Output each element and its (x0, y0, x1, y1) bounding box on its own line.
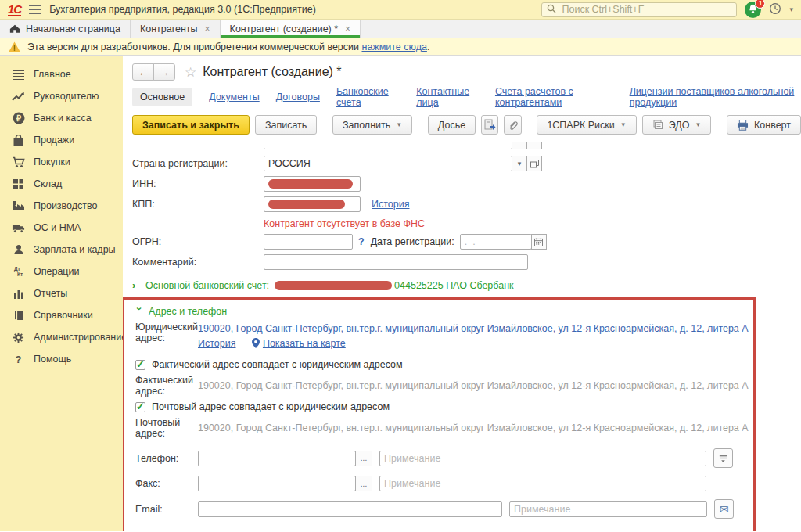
bank-section-label: Основной банковский счет: (145, 280, 269, 291)
save-button[interactable]: Записать (255, 115, 317, 135)
address-section-label: Адрес и телефон (149, 306, 227, 317)
sidebar-item-purchases[interactable]: Покупки (0, 151, 123, 173)
sidebar-item-payroll-hr[interactable]: Зарплата и кадры (0, 239, 123, 261)
app-title: Бухгалтерия предприятия, редакция 3.0 (1… (49, 4, 316, 15)
map-pin-icon (252, 338, 260, 348)
address-section-toggle[interactable]: › Адрес и телефон (135, 305, 753, 317)
phone-input[interactable] (198, 451, 356, 466)
post-address-checkbox[interactable] (135, 402, 145, 412)
sidebar-item-help[interactable]: ? Помощь (0, 348, 123, 370)
redacted-kpp-value (268, 200, 345, 209)
forward-button[interactable]: → (153, 63, 175, 81)
counterparty-card-button[interactable] (481, 115, 498, 135)
global-search[interactable] (541, 2, 737, 17)
tab-counterparty-create[interactable]: Контрагент (создание) * × (221, 20, 361, 38)
nav-contact-persons[interactable]: Контактные лица (416, 86, 479, 108)
phone-actions-button[interactable] (713, 448, 733, 468)
sidebar-item-reports[interactable]: Отчеты (0, 282, 123, 304)
country-dropdown-button[interactable]: ▾ (512, 156, 527, 171)
chevron-down-icon[interactable]: ▾ (789, 5, 793, 13)
main-menu-icon[interactable] (29, 5, 41, 14)
notifications-button[interactable]: 1 (745, 2, 761, 18)
comment-input[interactable] (264, 254, 528, 270)
sidebar-item-operations[interactable]: ДтКт Операции (0, 261, 123, 282)
close-tab-icon[interactable]: × (205, 23, 210, 34)
phone-more-button[interactable]: ... (355, 451, 372, 466)
sidebar-item-main[interactable]: Главное (0, 63, 123, 85)
tab-counterparties[interactable]: Контрагенты × (131, 20, 221, 38)
nav-contracts[interactable]: Договоры (276, 92, 320, 102)
country-input[interactable] (264, 156, 512, 171)
ogrn-input[interactable] (264, 234, 353, 250)
sidebar-item-administration[interactable]: Администрирование (0, 326, 123, 348)
email-note-input[interactable] (509, 501, 707, 517)
bank-account-section-toggle[interactable]: › Основной банковский счет: 044525225 ПА… (132, 279, 801, 291)
tab-label: Начальная страница (26, 23, 120, 34)
sidebar-item-manager[interactable]: Руководителю (0, 85, 123, 107)
inn-label: ИНН: (132, 178, 264, 189)
calendar-icon[interactable] (531, 234, 547, 250)
phone-note-input[interactable] (379, 451, 706, 466)
edo-button[interactable]: ЭДО▼ (642, 115, 712, 135)
search-input[interactable] (560, 3, 731, 16)
country-label: Страна регистрации: (132, 158, 264, 169)
fax-input[interactable] (198, 476, 356, 491)
toolbar: Записать и закрыть Записать Заполнить▼ Д… (132, 115, 801, 135)
main-panel: ← → ☆ Контрагент (создание) * Основное Д… (123, 56, 801, 531)
sidebar-item-warehouse[interactable]: Склад (0, 173, 123, 195)
warning-icon (9, 41, 20, 52)
nav-settlement-accounts[interactable]: Счета расчетов с контрагентами (495, 86, 613, 108)
attachments-button[interactable] (504, 115, 521, 135)
inn-input[interactable] (264, 176, 361, 192)
section-nav: Основное Документы Договоры Банковские с… (132, 86, 801, 108)
ogrn-help-link[interactable]: ? (358, 236, 365, 247)
menu-lines-icon (12, 68, 25, 81)
fax-note-input[interactable] (379, 476, 706, 491)
dev-version-banner: Эта версия для разработчиков. Для приобр… (0, 38, 801, 56)
show-on-map-link[interactable]: Показать на карте (263, 338, 346, 349)
cart-icon (12, 156, 25, 168)
nav-bank-accounts[interactable]: Банковские счета (336, 86, 400, 108)
address-history-link[interactable]: История (198, 338, 235, 349)
sidebar-item-fixed-assets[interactable]: ОС и НМА (0, 217, 123, 239)
fill-button[interactable]: Заполнить▼ (332, 115, 412, 135)
clock-icon (769, 2, 781, 15)
sidebar-item-sales[interactable]: Продажи (0, 129, 123, 151)
fax-more-button[interactable]: ... (355, 476, 372, 491)
post-address-value: 190020, Город Санкт-Петербург, вн.тер.г.… (198, 422, 749, 433)
save-close-button[interactable]: Записать и закрыть (132, 115, 250, 135)
send-email-button[interactable]: ✉ (714, 499, 734, 519)
tab-label: Контрагенты (140, 23, 198, 34)
history-button[interactable] (769, 2, 781, 17)
email-input[interactable] (198, 501, 502, 517)
ogrn-label: ОГРН: (132, 236, 264, 247)
favorite-star-icon[interactable]: ☆ (185, 64, 196, 81)
sidebar-item-production[interactable]: Производство (0, 195, 123, 217)
1c-logo: 1С (8, 3, 21, 16)
nav-alcohol-licenses[interactable]: Лицензии поставщиков алкогольной продукц… (630, 86, 801, 108)
banner-link[interactable]: нажмите сюда (361, 41, 426, 52)
close-tab-icon[interactable]: × (345, 23, 350, 34)
sidebar-item-bank-cash[interactable]: ₽ Банк и касса (0, 107, 123, 129)
spark-risks-button[interactable]: 1СПАРК Риски▼ (537, 115, 636, 135)
open-country-icon[interactable] (526, 156, 542, 171)
dossier-button[interactable]: Досье (428, 115, 476, 135)
redacted-inn-value (268, 179, 353, 189)
tab-home[interactable]: Начальная страница (0, 20, 131, 38)
legal-address-link[interactable]: 190020, Город Санкт-Петербург, вн.тер.г.… (198, 323, 749, 334)
page-title: Контрагент (создание) * (203, 65, 341, 79)
fns-warning-link[interactable]: Контрагент отсутствует в базе ФНС (264, 218, 425, 229)
regdate-input[interactable] (460, 234, 532, 250)
envelope-button[interactable]: Конверт (727, 115, 801, 135)
title-bar: 1С Бухгалтерия предприятия, редакция 3.0… (0, 0, 801, 20)
fact-address-checkbox[interactable] (135, 360, 145, 370)
back-button[interactable]: ← (132, 63, 154, 81)
factory-icon (12, 200, 25, 212)
fact-address-label: Фактический адрес: (135, 375, 198, 397)
kpp-input[interactable] (264, 196, 361, 212)
chevron-down-icon: › (134, 307, 145, 315)
sidebar-item-directories[interactable]: Справочники (0, 304, 123, 326)
kpp-history-link[interactable]: История (372, 199, 409, 210)
nav-documents[interactable]: Документы (209, 92, 259, 102)
nav-main[interactable]: Основное (132, 88, 192, 106)
